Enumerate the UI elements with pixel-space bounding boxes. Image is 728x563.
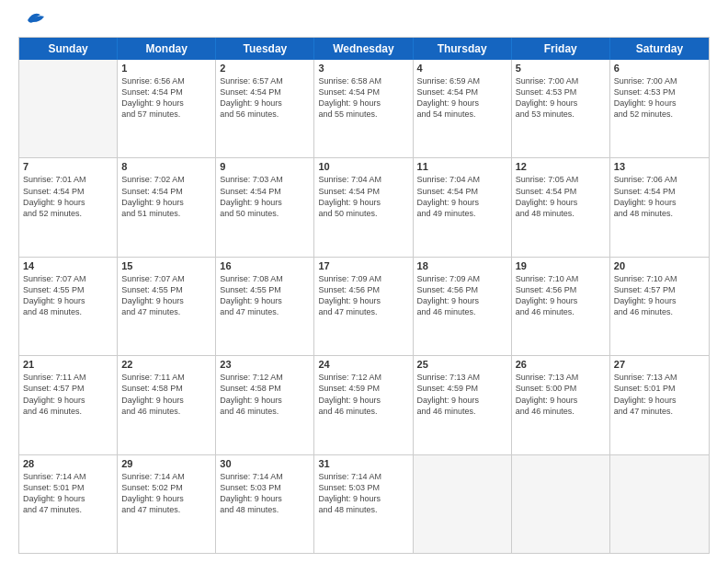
day-number: 9 [220, 161, 310, 172]
cell-info-line: Daylight: 9 hours [516, 197, 606, 208]
cell-info-line: Sunrise: 7:14 AM [220, 471, 310, 482]
cell-info-line: Daylight: 9 hours [417, 295, 507, 306]
cell-info-line: Sunrise: 7:06 AM [614, 174, 705, 185]
cell-info-line: Sunrise: 6:57 AM [220, 75, 310, 86]
calendar-cell: 29Sunrise: 7:14 AMSunset: 5:02 PMDayligh… [118, 455, 216, 553]
calendar-cell: 10Sunrise: 7:04 AMSunset: 4:54 PMDayligh… [314, 158, 413, 256]
cell-info-line: and 51 minutes. [121, 208, 211, 219]
cell-info-line: Sunset: 5:00 PM [516, 383, 606, 394]
day-number: 14 [23, 260, 113, 271]
cell-info-line: Daylight: 9 hours [318, 395, 408, 406]
cell-info-line: Sunrise: 7:07 AM [23, 273, 113, 284]
day-number: 27 [614, 359, 705, 370]
cell-info-line: Daylight: 9 hours [614, 295, 705, 306]
calendar: SundayMondayTuesdayWednesdayThursdayFrid… [18, 37, 710, 554]
cell-info-line: and 47 minutes. [318, 306, 408, 317]
cell-info-line: Sunset: 4:56 PM [318, 284, 408, 295]
day-number: 3 [318, 63, 408, 74]
calendar-cell: 7Sunrise: 7:01 AMSunset: 4:54 PMDaylight… [19, 158, 118, 256]
cell-info-line: Sunset: 4:54 PM [121, 86, 211, 98]
cell-info-line: and 46 minutes. [516, 406, 606, 417]
calendar-cell: 19Sunrise: 7:10 AMSunset: 4:56 PMDayligh… [512, 258, 610, 355]
cell-info-line: Sunrise: 7:07 AM [121, 273, 211, 284]
calendar-cell: 6Sunrise: 7:00 AMSunset: 4:53 PMDaylight… [610, 60, 709, 157]
day-number: 8 [121, 161, 211, 172]
cell-info-line: Sunrise: 7:09 AM [417, 273, 507, 284]
cell-info-line: Sunrise: 7:02 AM [121, 174, 211, 185]
cell-info-line: Daylight: 9 hours [614, 98, 705, 109]
day-number: 6 [614, 63, 705, 74]
cell-info-line: Daylight: 9 hours [23, 295, 113, 306]
cell-info-line: Sunset: 4:54 PM [417, 86, 507, 98]
cell-info-line: and 46 minutes. [220, 406, 310, 417]
cell-info-line: Sunset: 4:58 PM [220, 383, 310, 394]
cell-info-line: Sunset: 4:54 PM [417, 186, 507, 197]
cell-info-line: Daylight: 9 hours [318, 493, 408, 504]
cell-info-line: Sunset: 4:53 PM [614, 86, 705, 98]
calendar-cell: 18Sunrise: 7:09 AMSunset: 4:56 PMDayligh… [414, 258, 512, 355]
cell-info-line: Sunrise: 7:01 AM [23, 174, 113, 185]
cell-info-line: Daylight: 9 hours [121, 197, 211, 208]
cell-info-line: Sunset: 4:54 PM [516, 186, 606, 197]
calendar-cell: 3Sunrise: 6:58 AMSunset: 4:54 PMDaylight… [314, 60, 413, 157]
calendar-cell: 28Sunrise: 7:14 AMSunset: 5:01 PMDayligh… [19, 455, 118, 553]
cell-info-line: Daylight: 9 hours [23, 197, 113, 208]
cell-info-line: Sunrise: 7:10 AM [614, 273, 705, 284]
cell-info-line: Sunrise: 6:58 AM [318, 75, 408, 86]
day-number: 25 [417, 359, 507, 370]
day-number: 31 [318, 458, 408, 469]
cell-info-line: Daylight: 9 hours [417, 197, 507, 208]
cell-info-line: Sunset: 4:57 PM [614, 284, 705, 295]
day-number: 19 [516, 260, 606, 271]
cell-info-line: Daylight: 9 hours [614, 197, 705, 208]
cell-info-line: Daylight: 9 hours [318, 197, 408, 208]
cell-info-line: Sunset: 4:58 PM [121, 383, 211, 394]
day-number: 11 [417, 161, 507, 172]
calendar-header-row: SundayMondayTuesdayWednesdayThursdayFrid… [19, 38, 709, 60]
calendar-row-4: 28Sunrise: 7:14 AMSunset: 5:01 PMDayligh… [19, 454, 709, 553]
cell-info-line: Sunrise: 7:00 AM [516, 75, 606, 86]
calendar-cell [414, 455, 512, 553]
day-number: 21 [23, 359, 113, 370]
cell-info-line: and 52 minutes. [23, 208, 113, 219]
cell-info-line: Sunrise: 7:03 AM [220, 174, 310, 185]
cell-info-line: Daylight: 9 hours [121, 493, 211, 504]
calendar-cell: 4Sunrise: 6:59 AMSunset: 4:54 PMDaylight… [414, 60, 512, 157]
cell-info-line: and 46 minutes. [516, 306, 606, 317]
calendar-cell: 24Sunrise: 7:12 AMSunset: 4:59 PMDayligh… [314, 356, 413, 454]
cell-info-line: Daylight: 9 hours [318, 98, 408, 109]
day-number: 1 [121, 63, 211, 74]
cell-info-line: Sunrise: 7:14 AM [318, 471, 408, 482]
calendar-cell [512, 455, 610, 553]
cell-info-line: and 47 minutes. [121, 504, 211, 515]
cell-info-line: Daylight: 9 hours [220, 295, 310, 306]
calendar-cell: 25Sunrise: 7:13 AMSunset: 4:59 PMDayligh… [414, 356, 512, 454]
cell-info-line: Sunset: 4:56 PM [417, 284, 507, 295]
cell-info-line: and 50 minutes. [318, 208, 408, 219]
cell-info-line: Sunset: 4:54 PM [220, 186, 310, 197]
cell-info-line: Sunrise: 7:08 AM [220, 273, 310, 284]
cell-info-line: Sunset: 4:54 PM [614, 186, 705, 197]
cell-info-line: and 47 minutes. [614, 406, 705, 417]
cell-info-line: and 47 minutes. [121, 306, 211, 317]
cell-info-line: Sunrise: 7:11 AM [23, 372, 113, 383]
calendar-row-0: 1Sunrise: 6:56 AMSunset: 4:54 PMDaylight… [19, 60, 709, 157]
calendar-cell: 13Sunrise: 7:06 AMSunset: 4:54 PMDayligh… [610, 158, 709, 256]
day-number: 13 [614, 161, 705, 172]
cell-info-line: and 56 minutes. [220, 109, 310, 120]
cell-info-line: and 57 minutes. [121, 109, 211, 120]
cell-info-line: Sunset: 4:53 PM [516, 86, 606, 98]
day-number: 30 [220, 458, 310, 469]
calendar-cell: 1Sunrise: 6:56 AMSunset: 4:54 PMDaylight… [118, 60, 216, 157]
cell-info-line: Daylight: 9 hours [23, 395, 113, 406]
day-number: 7 [23, 161, 113, 172]
header-cell-sunday: Sunday [19, 38, 118, 60]
day-number: 20 [614, 260, 705, 271]
logo-bird-icon [20, 7, 48, 28]
cell-info-line: and 55 minutes. [318, 109, 408, 120]
cell-info-line: and 46 minutes. [417, 406, 507, 417]
day-number: 29 [121, 458, 211, 469]
cell-info-line: Sunset: 4:55 PM [220, 284, 310, 295]
calendar-cell: 23Sunrise: 7:12 AMSunset: 4:58 PMDayligh… [216, 356, 314, 454]
cell-info-line: Sunset: 5:03 PM [220, 482, 310, 493]
